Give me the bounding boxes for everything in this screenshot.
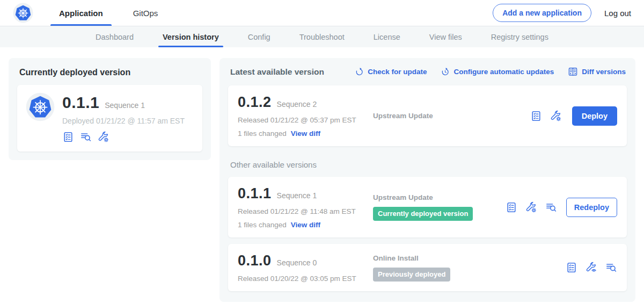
deployed-card-icons (62, 131, 185, 143)
files-changed-line: 1 files changed View diff (238, 129, 373, 138)
source-label: Upstream Update (373, 112, 525, 120)
logout-button[interactable]: Log out (604, 9, 631, 18)
kubernetes-logo-icon (13, 3, 33, 23)
deployed-version-number: 0.1.1 (62, 93, 99, 112)
configure-automatic-updates-label: Configure automatic updates (453, 68, 554, 76)
tab-config[interactable]: Config (248, 26, 270, 47)
version-number: 0.1.0 (238, 252, 272, 269)
version-row-0-1-2: 0.1.2 Sequence 2 Released 01/21/22 @ 05:… (228, 85, 627, 146)
deployed-card-body: 0.1.1 Sequence 1 Deployed 01/21/22 @ 11:… (62, 92, 185, 143)
source-label: Online Install (373, 254, 560, 262)
version-row-0-1-1: 0.1.1 Sequence 1 Released 01/21/22 @ 11:… (228, 177, 627, 237)
edit-config-icon[interactable] (550, 110, 562, 122)
add-application-button[interactable]: Add a new application (493, 4, 591, 22)
check-for-update-label: Check for update (368, 68, 427, 76)
tab-troubleshoot[interactable]: Troubleshoot (299, 26, 345, 47)
version-info: 0.1.0 Sequence 0 Released 01/20/22 @ 03:… (238, 252, 373, 283)
deploy-logs-icon[interactable] (605, 262, 617, 273)
version-actions: Deploy (530, 106, 617, 126)
previously-deployed-badge: Previously deployed (373, 268, 450, 282)
app-logo-icon (26, 92, 55, 121)
topnav-tabs: Application GitOps (50, 0, 179, 26)
version-source: Online Install Previously deployed (373, 254, 566, 282)
currently-deployed-badge: Currently deployed version (373, 207, 473, 221)
tab-gitops[interactable]: GitOps (125, 0, 167, 26)
version-history-panel: Latest available version Check for updat… (219, 58, 635, 302)
files-changed-line: 1 files changed View diff (238, 221, 373, 229)
deployed-version-line: 0.1.1 Sequence 1 (62, 93, 185, 112)
latest-version-header: Latest available version (230, 67, 324, 77)
deployed-date: Deployed 01/21/22 @ 11:57 am EST (62, 117, 185, 125)
released-date: Released 01/21/22 @ 05:37 pm EST (238, 116, 373, 124)
version-line: 0.1.1 Sequence 1 (238, 185, 373, 202)
refresh-icon (355, 67, 364, 76)
deployed-sequence-label: Sequence 1 (105, 101, 145, 110)
files-changed-label: 1 files changed (238, 221, 287, 229)
kubernetes-logo-icon (13, 3, 33, 23)
edit-config-icon[interactable] (98, 131, 109, 143)
preflight-checks-icon[interactable] (566, 262, 577, 273)
version-line: 0.1.0 Sequence 0 (238, 252, 373, 269)
diff-versions-link[interactable]: Diff versions (568, 67, 626, 77)
schedule-icon (441, 67, 450, 76)
row-gap (228, 237, 627, 244)
sequence-label: Sequence 2 (277, 100, 317, 109)
files-changed-label: 1 files changed (238, 129, 287, 138)
version-actions: Redeploy (506, 198, 617, 217)
configure-automatic-updates-link[interactable]: Configure automatic updates (441, 67, 554, 76)
version-row-0-1-0: 0.1.0 Sequence 0 Released 01/20/22 @ 03:… (228, 244, 627, 291)
check-for-update-link[interactable]: Check for update (355, 67, 427, 76)
deploy-button[interactable]: Deploy (572, 106, 617, 126)
top-nav: Application GitOps Add a new application… (0, 0, 644, 26)
panel-actions: Check for update Configure automatic upd… (355, 67, 626, 77)
main-content: Currently deployed version 0.1.1 Sequenc… (0, 47, 644, 303)
diff-versions-label: Diff versions (582, 68, 626, 76)
view-config-icon[interactable] (586, 262, 597, 273)
source-label: Upstream Update (373, 193, 500, 201)
tab-application[interactable]: Application (50, 0, 112, 26)
edit-config-icon[interactable] (525, 201, 537, 213)
tab-dashboard[interactable]: Dashboard (96, 26, 134, 47)
version-actions (566, 262, 617, 273)
app-subnav: Dashboard Version history Config Trouble… (0, 26, 644, 47)
sequence-label: Sequence 0 (277, 258, 317, 267)
preflight-checks-icon[interactable] (530, 110, 542, 122)
view-diff-link[interactable]: View diff (291, 221, 320, 229)
tab-registry-settings[interactable]: Registry settings (491, 26, 548, 47)
deployed-version-card: 0.1.1 Sequence 1 Deployed 01/21/22 @ 11:… (17, 85, 202, 152)
version-line: 0.1.2 Sequence 2 (238, 94, 373, 111)
tab-license[interactable]: License (374, 26, 400, 47)
deploy-logs-icon[interactable] (545, 201, 557, 213)
version-source: Upstream Update (373, 112, 530, 120)
version-number: 0.1.1 (238, 185, 272, 202)
other-versions-header: Other available versions (230, 160, 626, 169)
version-info: 0.1.1 Sequence 1 Released 01/21/22 @ 11:… (238, 185, 373, 229)
preflight-checks-icon[interactable] (506, 201, 517, 213)
tab-view-files[interactable]: View files (429, 26, 462, 47)
version-number: 0.1.2 (238, 94, 272, 111)
deploy-logs-icon[interactable] (80, 131, 92, 143)
preflight-checks-icon[interactable] (62, 131, 74, 143)
tab-version-history[interactable]: Version history (163, 26, 219, 47)
version-source: Upstream Update Currently deployed versi… (373, 193, 506, 221)
latest-version-header-row: Latest available version Check for updat… (230, 67, 626, 77)
version-info: 0.1.2 Sequence 2 Released 01/21/22 @ 05:… (238, 94, 373, 138)
currently-deployed-panel: Currently deployed version 0.1.1 Sequenc… (9, 58, 211, 160)
diff-icon (568, 67, 578, 77)
sequence-label: Sequence 1 (277, 191, 317, 200)
released-date: Released 01/21/22 @ 11:48 am EST (238, 207, 373, 215)
currently-deployed-title: Currently deployed version (19, 68, 202, 77)
view-diff-link[interactable]: View diff (291, 129, 320, 138)
released-date: Released 01/20/22 @ 03:05 pm EST (238, 275, 373, 283)
redeploy-button[interactable]: Redeploy (566, 198, 617, 217)
